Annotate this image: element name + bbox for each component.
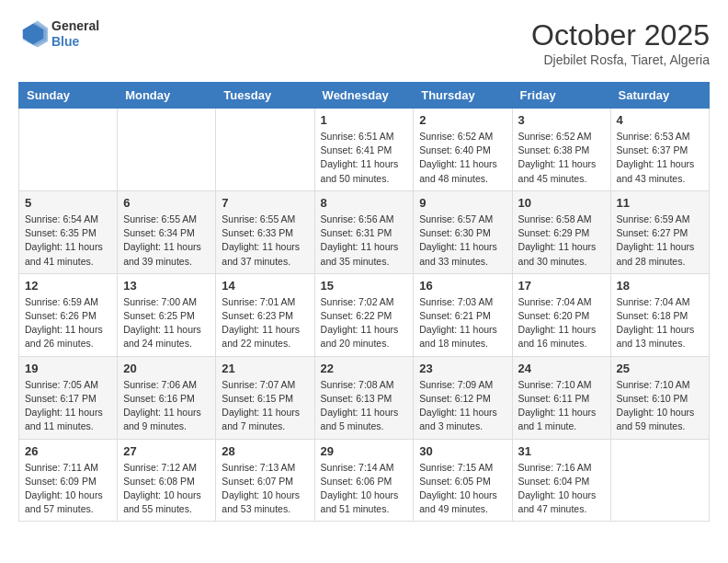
month-title: October 2025 [531,18,710,52]
week-row-3: 12Sunrise: 6:59 AM Sunset: 6:26 PM Dayli… [19,273,710,356]
calendar-cell: 17Sunrise: 7:04 AM Sunset: 6:20 PM Dayli… [512,273,610,356]
header-saturday: Saturday [610,83,709,109]
calendar-cell: 2Sunrise: 6:52 AM Sunset: 6:40 PM Daylig… [414,109,512,191]
calendar-cell: 24Sunrise: 7:10 AM Sunset: 6:11 PM Dayli… [512,356,610,439]
day-number: 29 [321,444,408,458]
day-info: Sunrise: 6:53 AM Sunset: 6:37 PM Dayligh… [617,130,703,186]
day-info: Sunrise: 7:04 AM Sunset: 6:20 PM Dayligh… [518,295,605,351]
subtitle: Djebilet Rosfa, Tiaret, Algeria [531,52,710,67]
calendar-cell: 21Sunrise: 7:07 AM Sunset: 6:15 PM Dayli… [216,356,314,439]
calendar-cell: 16Sunrise: 7:03 AM Sunset: 6:21 PM Dayli… [414,273,512,356]
header-friday: Friday [512,83,610,109]
header-wednesday: Wednesday [314,83,414,109]
calendar-cell: 6Sunrise: 6:55 AM Sunset: 6:34 PM Daylig… [118,190,216,273]
calendar-cell: 11Sunrise: 6:59 AM Sunset: 6:27 PM Dayli… [610,190,709,273]
day-number: 3 [518,113,605,127]
day-number: 2 [419,113,506,127]
day-number: 28 [222,444,308,458]
day-number: 24 [518,362,605,375]
day-number: 13 [123,279,210,293]
day-info: Sunrise: 6:55 AM Sunset: 6:34 PM Dayligh… [123,213,210,269]
calendar-cell: 30Sunrise: 7:15 AM Sunset: 6:05 PM Dayli… [414,439,512,522]
day-number: 19 [25,362,111,375]
day-info: Sunrise: 6:52 AM Sunset: 6:38 PM Dayligh… [518,130,605,186]
day-number: 25 [617,362,703,375]
day-number: 22 [321,362,408,375]
calendar-cell: 13Sunrise: 7:00 AM Sunset: 6:25 PM Dayli… [118,273,216,356]
day-info: Sunrise: 7:10 AM Sunset: 6:10 PM Dayligh… [617,378,703,434]
day-info: Sunrise: 7:14 AM Sunset: 6:06 PM Dayligh… [321,461,408,517]
calendar-cell [610,439,709,522]
calendar-cell: 31Sunrise: 7:16 AM Sunset: 6:04 PM Dayli… [512,439,610,522]
calendar-cell [19,109,118,191]
week-row-5: 26Sunrise: 7:11 AM Sunset: 6:09 PM Dayli… [19,439,710,522]
day-number: 27 [123,444,210,458]
day-info: Sunrise: 7:05 AM Sunset: 6:17 PM Dayligh… [25,378,111,434]
calendar-cell: 4Sunrise: 6:53 AM Sunset: 6:37 PM Daylig… [610,109,709,191]
day-info: Sunrise: 6:59 AM Sunset: 6:27 PM Dayligh… [617,213,703,269]
calendar-cell: 18Sunrise: 7:04 AM Sunset: 6:18 PM Dayli… [610,273,709,356]
header-tuesday: Tuesday [216,83,314,109]
week-row-1: 1Sunrise: 6:51 AM Sunset: 6:41 PM Daylig… [19,109,710,191]
day-number: 15 [321,279,408,293]
week-row-4: 19Sunrise: 7:05 AM Sunset: 6:17 PM Dayli… [19,356,710,439]
day-number: 31 [518,444,605,458]
calendar-cell: 28Sunrise: 7:13 AM Sunset: 6:07 PM Dayli… [216,439,314,522]
calendar-cell: 1Sunrise: 6:51 AM Sunset: 6:41 PM Daylig… [314,109,414,191]
day-info: Sunrise: 6:56 AM Sunset: 6:31 PM Dayligh… [321,213,408,269]
day-number: 14 [222,279,308,293]
logo-icon [18,19,48,49]
calendar-cell: 26Sunrise: 7:11 AM Sunset: 6:09 PM Dayli… [19,439,118,522]
logo-line1: General [51,18,99,34]
calendar-cell: 9Sunrise: 6:57 AM Sunset: 6:30 PM Daylig… [414,190,512,273]
day-info: Sunrise: 6:52 AM Sunset: 6:40 PM Dayligh… [419,130,506,186]
day-number: 7 [222,196,308,210]
day-info: Sunrise: 6:54 AM Sunset: 6:35 PM Dayligh… [25,213,111,269]
calendar-cell: 8Sunrise: 6:56 AM Sunset: 6:31 PM Daylig… [314,190,414,273]
day-info: Sunrise: 7:07 AM Sunset: 6:15 PM Dayligh… [222,378,308,434]
day-number: 17 [518,279,605,293]
header-monday: Monday [118,83,216,109]
day-info: Sunrise: 7:15 AM Sunset: 6:05 PM Dayligh… [419,461,506,517]
calendar-cell: 14Sunrise: 7:01 AM Sunset: 6:23 PM Dayli… [216,273,314,356]
calendar-cell [216,109,314,191]
calendar-cell: 3Sunrise: 6:52 AM Sunset: 6:38 PM Daylig… [512,109,610,191]
day-number: 11 [617,196,703,210]
day-info: Sunrise: 7:12 AM Sunset: 6:08 PM Dayligh… [123,461,210,517]
calendar-cell: 29Sunrise: 7:14 AM Sunset: 6:06 PM Dayli… [314,439,414,522]
day-info: Sunrise: 7:03 AM Sunset: 6:21 PM Dayligh… [419,295,506,351]
title-block: October 2025 Djebilet Rosfa, Tiaret, Alg… [531,18,710,67]
day-info: Sunrise: 6:55 AM Sunset: 6:33 PM Dayligh… [222,213,308,269]
day-info: Sunrise: 7:06 AM Sunset: 6:16 PM Dayligh… [123,378,210,434]
day-number: 23 [419,362,506,375]
calendar-cell: 19Sunrise: 7:05 AM Sunset: 6:17 PM Dayli… [19,356,118,439]
header-thursday: Thursday [414,83,512,109]
day-info: Sunrise: 7:00 AM Sunset: 6:25 PM Dayligh… [123,295,210,351]
calendar-cell: 7Sunrise: 6:55 AM Sunset: 6:33 PM Daylig… [216,190,314,273]
day-info: Sunrise: 7:16 AM Sunset: 6:04 PM Dayligh… [518,461,605,517]
day-number: 21 [222,362,308,375]
calendar-cell: 15Sunrise: 7:02 AM Sunset: 6:22 PM Dayli… [314,273,414,356]
calendar-cell: 22Sunrise: 7:08 AM Sunset: 6:13 PM Dayli… [314,356,414,439]
calendar-cell: 23Sunrise: 7:09 AM Sunset: 6:12 PM Dayli… [414,356,512,439]
header-sunday: Sunday [19,83,118,109]
day-number: 18 [617,279,703,293]
calendar-cell: 20Sunrise: 7:06 AM Sunset: 6:16 PM Dayli… [118,356,216,439]
logo-line2: Blue [51,34,99,50]
day-number: 8 [321,196,408,210]
calendar-cell: 25Sunrise: 7:10 AM Sunset: 6:10 PM Dayli… [610,356,709,439]
calendar-cell: 5Sunrise: 6:54 AM Sunset: 6:35 PM Daylig… [19,190,118,273]
day-number: 10 [518,196,605,210]
calendar-cell: 27Sunrise: 7:12 AM Sunset: 6:08 PM Dayli… [118,439,216,522]
day-info: Sunrise: 7:02 AM Sunset: 6:22 PM Dayligh… [321,295,408,351]
logo: General Blue [18,18,99,50]
day-number: 9 [419,196,506,210]
week-row-2: 5Sunrise: 6:54 AM Sunset: 6:35 PM Daylig… [19,190,710,273]
calendar-table: SundayMondayTuesdayWednesdayThursdayFrid… [18,82,710,522]
day-info: Sunrise: 7:10 AM Sunset: 6:11 PM Dayligh… [518,378,605,434]
day-info: Sunrise: 7:04 AM Sunset: 6:18 PM Dayligh… [617,295,703,351]
day-number: 20 [123,362,210,375]
calendar-header-row: SundayMondayTuesdayWednesdayThursdayFrid… [19,83,710,109]
day-info: Sunrise: 6:59 AM Sunset: 6:26 PM Dayligh… [25,295,111,351]
day-info: Sunrise: 6:58 AM Sunset: 6:29 PM Dayligh… [518,213,605,269]
